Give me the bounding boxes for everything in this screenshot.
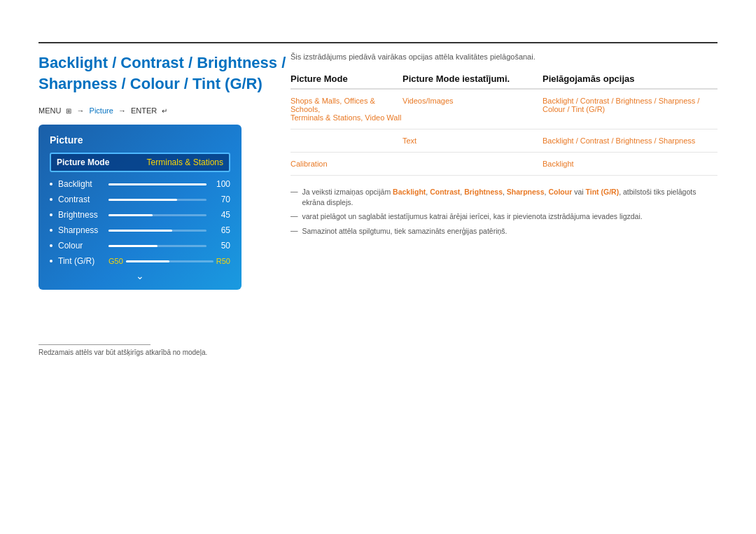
note-3: — Samazinot attēla spilgtumu, tiek samaz… bbox=[290, 226, 718, 237]
table-header: Picture Mode Picture Mode iestatījumi. P… bbox=[290, 73, 718, 90]
sharpness-track-wrap: 65 bbox=[108, 225, 230, 235]
contrast-row: Contrast 70 bbox=[50, 195, 230, 204]
sharpness-label: Sharpness bbox=[58, 225, 108, 235]
tint-label: Tint (G/R) bbox=[58, 256, 108, 266]
cell-options-2: Backlight / Contrast / Brightness / Shar… bbox=[542, 136, 718, 145]
mode-text-3: Calibration bbox=[290, 160, 328, 168]
cell-options-3: Backlight bbox=[542, 160, 718, 168]
options-text-2: Backlight / Contrast / Brightness / Shar… bbox=[542, 136, 695, 145]
nav-arrow1: → bbox=[77, 106, 85, 115]
contrast-label: Contrast bbox=[58, 195, 108, 204]
picture-box-title: Picture bbox=[50, 134, 230, 146]
note-highlight-tint: Tint (G/R) bbox=[586, 188, 620, 196]
table-row: Text Backlight / Contrast / Brightness /… bbox=[290, 129, 718, 153]
menu-navigation: MENU ⊞ → Picture → ENTER ↵ bbox=[38, 106, 298, 115]
col-header-settings: Picture Mode iestatījumi. bbox=[402, 73, 542, 84]
note-dash-3: — bbox=[290, 226, 298, 234]
backlight-row: Backlight 100 bbox=[50, 179, 230, 189]
tint-g-label: G50 bbox=[108, 257, 123, 265]
col-header-options: Pielāgojamās opcijas bbox=[542, 73, 718, 84]
note-highlight-backlight: Backlight bbox=[393, 188, 426, 196]
note-highlight-sharpness: Sharpness bbox=[507, 188, 545, 196]
sharpness-row: Sharpness 65 bbox=[50, 225, 230, 235]
note-1: — Ja veiksti izmaiņas opcijām Backlight,… bbox=[290, 187, 718, 207]
nav-arrow2: → bbox=[118, 106, 126, 115]
footnote-line bbox=[38, 344, 150, 345]
picture-mode-value: Terminals & Stations bbox=[147, 157, 223, 167]
contrast-track-wrap: 70 bbox=[108, 195, 230, 204]
backlight-track-wrap: 100 bbox=[108, 179, 230, 189]
page-title: Backlight / Contrast / Brightness / Shar… bbox=[38, 52, 298, 94]
settings-text-1: Videos/Images bbox=[402, 97, 454, 105]
tint-track-wrap: G50 R50 bbox=[108, 257, 230, 265]
enter-icon: ↵ bbox=[162, 107, 167, 115]
right-section: Šis izstrādājums piedāvā vairākas opcija… bbox=[290, 52, 718, 241]
note-highlight-brightness: Brightness bbox=[464, 188, 503, 196]
options-text-1: Backlight / Contrast / Brightness / Shar… bbox=[542, 97, 699, 113]
contrast-dot bbox=[50, 198, 52, 201]
settings-text-2: Text bbox=[402, 136, 416, 145]
picture-menu-box: Picture Picture Mode Terminals & Station… bbox=[38, 125, 241, 290]
brightness-label: Brightness bbox=[58, 210, 108, 220]
col-header-mode: Picture Mode bbox=[290, 73, 402, 84]
brightness-track-wrap: 45 bbox=[108, 210, 230, 220]
backlight-dot bbox=[50, 183, 52, 185]
cell-options-1: Backlight / Contrast / Brightness / Shar… bbox=[542, 97, 718, 113]
nav-enter: ENTER bbox=[131, 106, 157, 115]
note-2: — varat pielāgot un saglabāt iestatījumu… bbox=[290, 211, 718, 222]
menu-icon: ⊞ bbox=[66, 107, 71, 115]
colour-track-wrap: 50 bbox=[108, 241, 230, 251]
colour-value: 50 bbox=[211, 241, 230, 251]
cell-mode-3: Calibration bbox=[290, 160, 402, 168]
chevron-row: ⌄ bbox=[50, 270, 230, 281]
table-row: Calibration Backlight bbox=[290, 153, 718, 176]
backlight-value: 100 bbox=[211, 179, 230, 189]
note-text-2: varat pielāgot un saglabāt iestatījumus … bbox=[302, 211, 643, 222]
brightness-value: 45 bbox=[211, 210, 230, 220]
contrast-value: 70 bbox=[211, 195, 230, 204]
note-dash-2: — bbox=[290, 211, 298, 220]
colour-label: Colour bbox=[58, 241, 108, 251]
sharpness-value: 65 bbox=[211, 225, 230, 235]
nav-picture: Picture bbox=[90, 106, 113, 115]
top-border-right bbox=[290, 42, 718, 43]
left-section: Backlight / Contrast / Brightness / Shar… bbox=[38, 52, 298, 290]
note-text-1: Ja veiksti izmaiņas opcijām Backlight, C… bbox=[302, 187, 718, 207]
picture-mode-label: Picture Mode bbox=[57, 157, 109, 167]
mode-text-1: Shops & Malls, Offices & Schools,Termina… bbox=[290, 97, 401, 122]
cell-mode-1: Shops & Malls, Offices & Schools,Termina… bbox=[290, 97, 402, 122]
menu-label: MENU bbox=[38, 106, 61, 115]
backlight-track[interactable] bbox=[108, 183, 206, 185]
chevron-down-icon[interactable]: ⌄ bbox=[136, 270, 144, 281]
footnote-text: Redzamais attēls var būt atšķirīgs atkar… bbox=[38, 349, 207, 356]
picture-mode-row[interactable]: Picture Mode Terminals & Stations bbox=[50, 153, 230, 172]
tint-track[interactable] bbox=[126, 260, 214, 262]
table-row: Shops & Malls, Offices & Schools,Termina… bbox=[290, 90, 718, 129]
brightness-row: Brightness 45 bbox=[50, 210, 230, 220]
intro-text: Šis izstrādājums piedāvā vairākas opcija… bbox=[290, 52, 718, 61]
tint-r-label: R50 bbox=[216, 257, 230, 265]
colour-dot bbox=[50, 244, 52, 247]
colour-track[interactable] bbox=[108, 245, 206, 247]
tint-dot bbox=[50, 260, 52, 262]
note-highlight-contrast: Contrast bbox=[430, 188, 460, 196]
brightness-track[interactable] bbox=[108, 214, 206, 216]
backlight-label: Backlight bbox=[58, 179, 108, 189]
note-text-3: Samazinot attēla spilgtumu, tiek samazin… bbox=[302, 226, 507, 237]
contrast-track[interactable] bbox=[108, 199, 206, 201]
note-highlight-colour: Colour bbox=[548, 188, 572, 196]
options-text-3: Backlight bbox=[542, 160, 574, 168]
sharpness-dot bbox=[50, 229, 52, 232]
colour-row: Colour 50 bbox=[50, 241, 230, 251]
brightness-dot bbox=[50, 213, 52, 216]
cell-settings-2: Text bbox=[402, 136, 542, 145]
tint-row: Tint (G/R) G50 R50 bbox=[50, 256, 230, 266]
notes-section: — Ja veiksti izmaiņas opcijām Backlight,… bbox=[290, 187, 718, 237]
cell-settings-1: Videos/Images bbox=[402, 97, 542, 105]
note-dash-1: — bbox=[290, 187, 298, 195]
sharpness-track[interactable] bbox=[108, 230, 206, 232]
